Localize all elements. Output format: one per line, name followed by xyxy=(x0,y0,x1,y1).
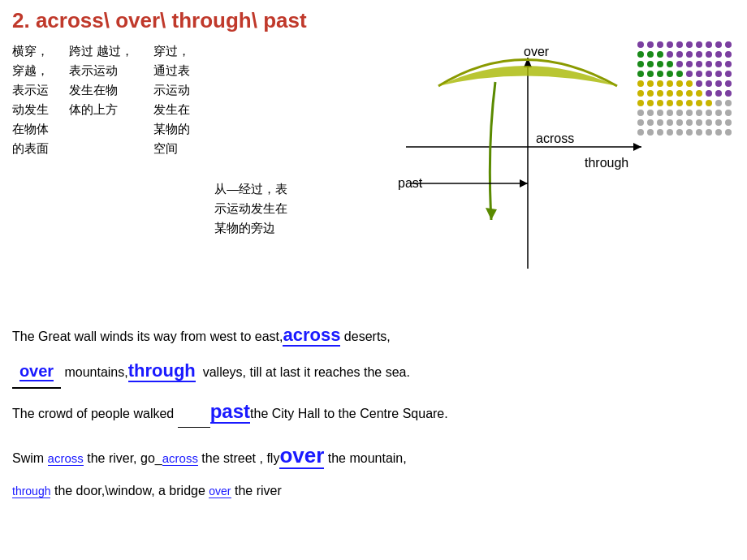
dot xyxy=(676,41,683,48)
dot xyxy=(725,110,732,116)
dot xyxy=(676,61,683,67)
definitions: 横穿，穿越，表示运动发生在物体的表面 跨过 越过，表示运动发生在物体的上方 穿过… xyxy=(12,41,365,301)
dot xyxy=(696,119,702,126)
dot xyxy=(686,90,693,97)
dot xyxy=(725,71,732,77)
s4-through: through xyxy=(12,485,50,498)
dot xyxy=(715,90,722,97)
sentence-4: through the door,\window, a bridge over … xyxy=(12,478,735,504)
def-through: 穿过，通过表示运动发生在某物的空间 xyxy=(153,41,190,301)
label-over: over xyxy=(524,45,550,58)
s1-text2: deserts, xyxy=(340,330,390,343)
s2-past: past xyxy=(210,400,250,424)
page-title: 2. across\ over\ through\ past xyxy=(12,8,735,33)
top-section: 横穿，穿越，表示运动发生在物体的表面 跨过 越过，表示运动发生在物体的上方 穿过… xyxy=(12,41,735,301)
dot xyxy=(696,51,702,58)
sentence-3: Swim across the river, go_across the str… xyxy=(12,434,735,476)
sentence-2: The crowd of people walked pastthe City … xyxy=(12,392,735,431)
dot xyxy=(676,110,683,116)
dot xyxy=(725,129,732,136)
dot xyxy=(696,90,702,97)
dot xyxy=(696,129,702,136)
dot xyxy=(725,41,732,48)
s2-text1: The crowd of people walked xyxy=(12,407,178,420)
dot xyxy=(715,110,722,116)
dot xyxy=(676,129,683,136)
s1-across: across xyxy=(283,325,340,347)
s3-text3: the street , fly xyxy=(198,451,279,465)
s1-text4: valleys, till at last it reaches the sea… xyxy=(196,365,410,379)
def-through-text: 穿过，通过表示运动发生在某物的空间 xyxy=(153,41,190,158)
svg-marker-2 xyxy=(633,143,641,151)
s1-text3: mountains, xyxy=(61,365,128,379)
dot xyxy=(725,80,732,87)
s4-text2: the river xyxy=(231,484,282,498)
dot xyxy=(706,119,712,126)
def-across-text: 横穿，穿越，表示运动发生在物体的表面 xyxy=(12,41,49,158)
dot xyxy=(676,90,683,97)
dot xyxy=(725,90,732,97)
def-across: 横穿，穿越，表示运动发生在物体的表面 xyxy=(12,41,49,301)
dot xyxy=(696,80,702,87)
dot xyxy=(706,61,712,67)
dot xyxy=(706,100,712,106)
dot xyxy=(686,71,693,77)
svg-marker-4 xyxy=(486,208,497,220)
dot xyxy=(686,61,693,67)
dot xyxy=(715,61,722,67)
s1-blank: over xyxy=(12,355,61,389)
dot xyxy=(715,80,722,87)
s4-over: over xyxy=(209,485,231,498)
s1-over: over xyxy=(19,362,54,381)
dot xyxy=(686,110,693,116)
dot xyxy=(725,61,732,67)
dot xyxy=(725,100,732,106)
svg-marker-6 xyxy=(520,179,528,187)
diagram-svg: over across through past xyxy=(365,41,674,285)
dot xyxy=(706,110,712,116)
s3-text4: the mountain, xyxy=(324,451,406,465)
label-across: across xyxy=(536,131,574,145)
sentence-1: The Great wall winds its way from west t… xyxy=(12,317,735,389)
dot xyxy=(686,100,693,106)
s3-across2: across xyxy=(162,451,198,466)
page: 2. across\ over\ through\ past 横穿，穿越，表示运… xyxy=(0,0,747,560)
diagram-area: over across through past xyxy=(365,41,735,301)
s4-text1: the door,\window, a bridge xyxy=(50,484,209,498)
dot xyxy=(706,80,712,87)
def-over: 跨过 越过，表示运动发生在物体的上方 xyxy=(69,41,133,301)
dot xyxy=(725,51,732,58)
dot xyxy=(696,71,702,77)
dot xyxy=(676,51,683,58)
dot xyxy=(696,100,702,106)
s1-text1: The Great wall winds its way from west t… xyxy=(12,330,283,343)
dot xyxy=(706,71,712,77)
sentences-section: The Great wall winds its way from west t… xyxy=(12,317,735,504)
dot xyxy=(686,80,693,87)
dot xyxy=(715,119,722,126)
dot xyxy=(715,51,722,58)
s3-across1: across xyxy=(48,451,84,466)
def-past-text: 从—经过，表示运动发生在某物的旁边 xyxy=(214,179,287,238)
dot xyxy=(696,110,702,116)
dot xyxy=(686,41,693,48)
dot xyxy=(706,41,712,48)
dot xyxy=(696,61,702,67)
s3-over: over xyxy=(279,443,324,469)
dot xyxy=(676,71,683,77)
dot xyxy=(715,129,722,136)
dot xyxy=(686,119,693,126)
s3-text2: the river, go_ xyxy=(84,451,162,465)
dot xyxy=(725,119,732,126)
s2-text2: the City Hall to the Centre Square. xyxy=(250,407,448,420)
dot xyxy=(696,41,702,48)
def-past: 从—经过，表示运动发生在某物的旁边 xyxy=(214,179,287,301)
dot xyxy=(706,90,712,97)
dot xyxy=(686,129,693,136)
dot xyxy=(676,100,683,106)
dot xyxy=(706,129,712,136)
dot xyxy=(686,51,693,58)
s1-through: through xyxy=(128,360,196,382)
dot xyxy=(676,80,683,87)
def-over-text: 跨过 越过，表示运动发生在物体的上方 xyxy=(69,41,133,119)
